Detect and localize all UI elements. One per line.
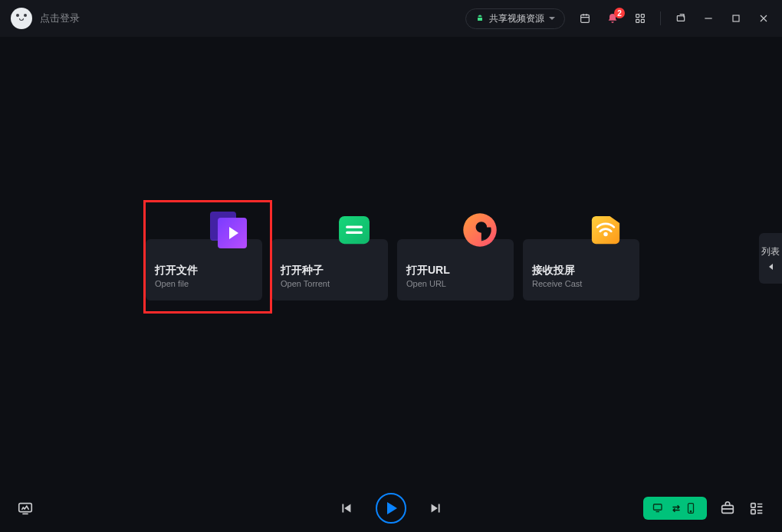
svg-rect-18: [751, 504, 756, 508]
main-area: 打开文件 Open file 打开种子 Open Torrent: [0, 37, 782, 484]
playlist-tab[interactable]: 列表: [759, 233, 782, 284]
svg-rect-2: [641, 15, 644, 18]
card-subtitle: Receive Cast: [532, 279, 630, 288]
card-subtitle: Open Torrent: [281, 279, 379, 288]
calendar-icon[interactable]: [577, 11, 593, 26]
header-left: 点击登录: [11, 8, 80, 29]
tv-mode-icon[interactable]: [17, 500, 34, 517]
open-file-card[interactable]: 打开文件 Open file: [146, 239, 262, 300]
toolbox-icon[interactable]: [719, 500, 736, 517]
svg-rect-10: [346, 226, 363, 228]
receive-cast-card[interactable]: 接收投屏 Receive Cast: [523, 239, 639, 300]
close-button[interactable]: [756, 11, 771, 26]
notification-badge: 2: [614, 8, 625, 18]
open-file-icon: [204, 205, 253, 255]
action-cards-row: 打开文件 Open file 打开种子 Open Torrent: [146, 239, 639, 300]
svg-rect-3: [636, 19, 639, 22]
svg-rect-11: [346, 232, 363, 234]
svg-rect-0: [581, 15, 590, 22]
avatar[interactable]: [11, 8, 32, 29]
playlist-icon[interactable]: [748, 500, 765, 517]
header-right: 共享视频资源 2: [465, 8, 771, 29]
apps-grid-icon[interactable]: [632, 11, 648, 26]
card-subtitle: Open URL: [406, 279, 504, 288]
android-icon: [475, 14, 485, 23]
playlist-tab-label: 列表: [761, 247, 780, 257]
maximize-button[interactable]: [728, 11, 744, 26]
chevron-down-icon: [549, 17, 555, 20]
svg-point-16: [690, 511, 691, 512]
title-bar: 点击登录 共享视频资源 2: [0, 0, 782, 37]
open-url-card[interactable]: 打开URL Open URL: [397, 239, 514, 300]
svg-rect-4: [641, 19, 644, 22]
card-title: 打开种子: [281, 264, 379, 277]
monitor-icon: [652, 503, 666, 514]
cast-arrows-icon: ⇄: [672, 503, 678, 514]
previous-button[interactable]: [337, 500, 354, 517]
card-title: 打开URL: [406, 264, 504, 277]
divider: [660, 11, 661, 25]
svg-rect-6: [733, 15, 739, 21]
svg-rect-9: [339, 216, 370, 244]
login-link[interactable]: 点击登录: [40, 11, 80, 25]
open-torrent-card[interactable]: 打开种子 Open Torrent: [271, 239, 388, 300]
svg-point-12: [603, 232, 607, 236]
footer-left: [17, 500, 34, 517]
chevron-left-icon: [769, 264, 773, 270]
phone-icon: [684, 503, 698, 514]
svg-rect-14: [654, 504, 662, 511]
cast-devices-button[interactable]: ⇄: [643, 497, 707, 520]
share-resources-button[interactable]: 共享视频资源: [465, 8, 565, 29]
player-controls-bar: ⇄: [0, 484, 782, 532]
svg-rect-5: [677, 16, 684, 21]
mini-mode-icon[interactable]: [673, 11, 688, 26]
minimize-button[interactable]: [701, 11, 716, 26]
playback-center: [337, 493, 445, 524]
next-button[interactable]: [428, 500, 445, 517]
card-title: 接收投屏: [532, 264, 630, 277]
card-subtitle: Open file: [155, 279, 253, 288]
play-button[interactable]: [376, 493, 406, 524]
svg-rect-1: [636, 15, 639, 18]
card-title: 打开文件: [155, 264, 253, 277]
url-icon: [455, 205, 504, 255]
cast-receive-icon: [581, 205, 630, 255]
notifications-icon[interactable]: 2: [605, 11, 620, 26]
share-label: 共享视频资源: [489, 12, 544, 25]
play-icon: [387, 502, 397, 514]
torrent-icon: [330, 205, 379, 255]
footer-right: ⇄: [643, 497, 765, 520]
svg-rect-19: [751, 510, 756, 514]
